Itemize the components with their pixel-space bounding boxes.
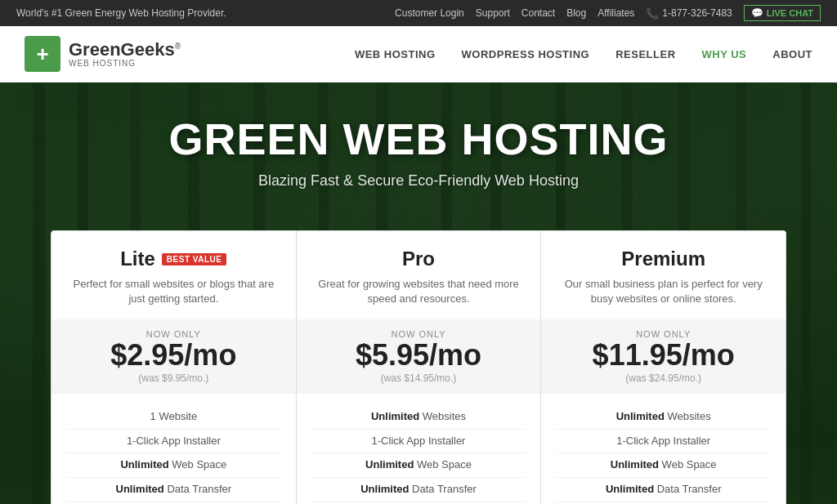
hero-title: GREEN WEB HOSTING bbox=[0, 114, 837, 164]
price-section-pro: NOW ONLY $5.95/mo (was $14.95/mo.) bbox=[297, 319, 541, 394]
features-pro: Unlimited Websites 1-Click App Installer… bbox=[311, 405, 526, 504]
feature-item: 1-Click App Installer bbox=[66, 429, 281, 453]
nav-why-us[interactable]: WHY US bbox=[702, 48, 747, 60]
logo-icon[interactable]: + bbox=[25, 36, 60, 72]
plan-name-row-pro: Pro bbox=[402, 248, 435, 270]
phone-icon: 📞 bbox=[646, 7, 659, 20]
live-chat-button[interactable]: 💬 LIVE CHAT bbox=[744, 5, 821, 21]
plan-name-row-premium: Premium bbox=[621, 248, 705, 270]
pricing-card-lite: Lite BEST VALUE Perfect for small websit… bbox=[51, 230, 297, 504]
main-nav: WEB HOSTING WORDPRESS HOSTING RESELLER W… bbox=[355, 48, 812, 60]
logo-name: GreenGeeks® bbox=[69, 41, 181, 59]
plan-name-premium: Premium bbox=[621, 248, 705, 270]
feature-item: Unlimited Websites bbox=[556, 405, 771, 429]
header: + GreenGeeks® WEB HOSTING WEB HOSTING WO… bbox=[0, 26, 837, 83]
nav-affiliates[interactable]: Affiliates bbox=[598, 7, 634, 19]
was-price-lite: (was $9.95/mo.) bbox=[66, 372, 281, 384]
plan-name-row-lite: Lite BEST VALUE bbox=[120, 248, 226, 270]
was-price-pro: (was $14.95/mo.) bbox=[311, 372, 526, 384]
chat-icon: 💬 bbox=[751, 7, 763, 19]
pricing-card-pro: Pro Great for growing websites that need… bbox=[297, 230, 542, 504]
feature-item: Unlimited Data Transfer bbox=[556, 477, 771, 502]
nav-wordpress-hosting[interactable]: WORDPRESS HOSTING bbox=[462, 48, 590, 60]
feature-item: Unlimited Data Transfer bbox=[311, 477, 526, 502]
price-pro: $5.95/mo bbox=[311, 341, 526, 370]
features-premium: Unlimited Websites 1-Click App Installer… bbox=[556, 405, 771, 504]
nav-support[interactable]: Support bbox=[476, 7, 510, 19]
price-section-premium: NOW ONLY $11.95/mo (was $24.95/mo.) bbox=[541, 319, 786, 394]
feature-item: 1-Click App Installer bbox=[556, 429, 771, 453]
top-bar: World's #1 Green Energy Web Hosting Prov… bbox=[0, 0, 837, 26]
phone-block: 📞 1-877-326-7483 bbox=[646, 7, 732, 20]
feature-item: Unlimited Data Transfer bbox=[66, 477, 281, 502]
best-value-badge: BEST VALUE bbox=[162, 253, 227, 265]
was-price-premium: (was $24.95/mo.) bbox=[556, 372, 771, 384]
plan-desc-pro: Great for growing websites that need mor… bbox=[311, 277, 526, 308]
phone-number: 1-877-326-7483 bbox=[662, 7, 732, 19]
hero-section: GREEN WEB HOSTING Blazing Fast & Secure … bbox=[0, 83, 837, 504]
nav-blog[interactable]: Blog bbox=[566, 7, 586, 19]
feature-item: Unlimited Web Space bbox=[556, 453, 771, 477]
live-chat-label: LIVE CHAT bbox=[767, 8, 813, 18]
plan-desc-premium: Our small business plan is perfect for v… bbox=[556, 277, 771, 308]
price-premium: $11.95/mo bbox=[556, 341, 771, 370]
feature-item: 1-Click App Installer bbox=[311, 429, 526, 453]
pricing-card-premium: Premium Our small business plan is perfe… bbox=[541, 230, 786, 504]
logo-area: + GreenGeeks® WEB HOSTING bbox=[25, 36, 181, 72]
nav-contact[interactable]: Contact bbox=[521, 7, 555, 19]
feature-item: Unlimited Web Space bbox=[311, 453, 526, 477]
logo-plus: + bbox=[36, 43, 48, 65]
feature-item: Unlimited Web Space bbox=[66, 453, 281, 477]
plan-desc-lite: Perfect for small websites or blogs that… bbox=[66, 277, 281, 308]
feature-item: Unlimited Websites bbox=[311, 405, 526, 429]
logo-sub: WEB HOSTING bbox=[69, 59, 181, 68]
hero-subtitle: Blazing Fast & Secure Eco-Friendly Web H… bbox=[0, 172, 837, 190]
feature-item: 1 Website bbox=[66, 405, 281, 429]
hero-content: GREEN WEB HOSTING Blazing Fast & Secure … bbox=[0, 83, 837, 230]
plan-name-lite: Lite bbox=[120, 248, 155, 270]
nav-about[interactable]: ABOUT bbox=[772, 48, 812, 60]
price-lite: $2.95/mo bbox=[66, 341, 281, 370]
features-lite: 1 Website 1-Click App Installer Unlimite… bbox=[66, 405, 281, 504]
logo-text-block: GreenGeeks® WEB HOSTING bbox=[69, 41, 181, 68]
nav-web-hosting[interactable]: WEB HOSTING bbox=[355, 48, 436, 60]
nav-reseller[interactable]: RESELLER bbox=[615, 48, 675, 60]
price-section-lite: NOW ONLY $2.95/mo (was $9.95/mo.) bbox=[51, 319, 296, 394]
nav-customer-login[interactable]: Customer Login bbox=[395, 7, 464, 19]
plan-name-pro: Pro bbox=[402, 248, 435, 270]
top-bar-tagline: World's #1 Green Energy Web Hosting Prov… bbox=[16, 7, 226, 19]
top-bar-nav: Customer Login Support Contact Blog Affi… bbox=[395, 5, 821, 21]
pricing-row: Lite BEST VALUE Perfect for small websit… bbox=[51, 230, 786, 504]
